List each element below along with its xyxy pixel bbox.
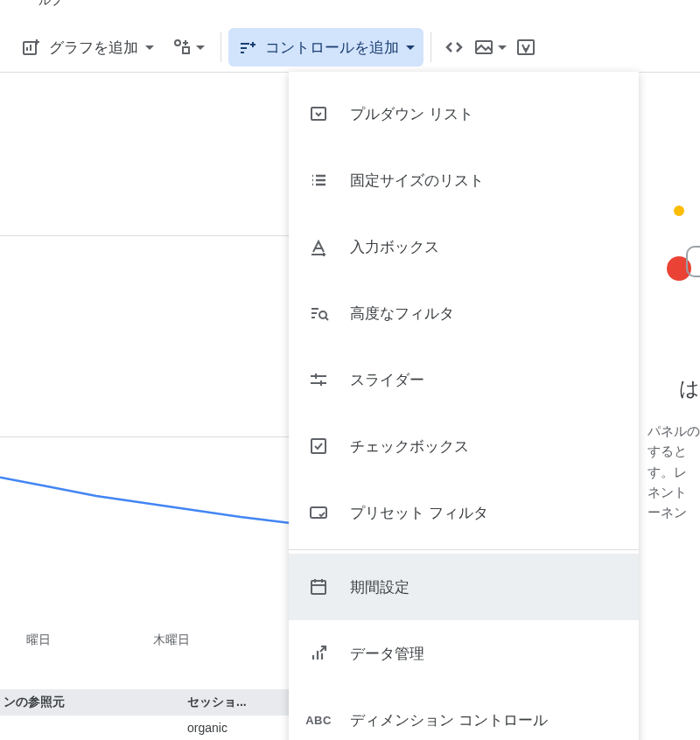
right-panel-text: パネルの すると す。レ ネント ーネン: [648, 421, 700, 522]
x-axis-tick-label: 曜日: [26, 632, 51, 648]
checkbox-icon: [308, 436, 329, 457]
svg-rect-38: [312, 581, 326, 594]
menu-item-data-control[interactable]: データ管理: [289, 620, 639, 687]
chart-gridline: [0, 235, 289, 236]
input-box-icon: [308, 236, 329, 257]
toolbar: グラフを追加 コントロールを追加: [0, 23, 700, 72]
dropdown-list-icon: [308, 103, 329, 124]
menu-item-date-range[interactable]: 期間設定: [289, 554, 639, 620]
svg-line-31: [326, 318, 328, 320]
menu-item-advanced-filter[interactable]: 高度なフィルタ: [289, 280, 639, 346]
line-chart[interactable]: [0, 440, 289, 615]
svg-rect-17: [312, 108, 326, 120]
add-chart-label: グラフを追加: [49, 38, 138, 58]
menu-item-label: 期間設定: [350, 577, 620, 597]
image-icon: [473, 37, 494, 58]
svg-rect-6: [183, 47, 189, 53]
chevron-down-icon: [196, 45, 205, 50]
menu-item-preset-filter[interactable]: プリセット フィルタ: [289, 479, 639, 546]
shapes-add-icon: [172, 37, 192, 58]
menu-item-label: プリセット フィルタ: [350, 503, 620, 523]
right-panel-heading: は: [679, 375, 700, 402]
svg-rect-36: [312, 439, 326, 453]
date-range-icon: [308, 576, 329, 597]
menu-item-label: 入力ボックス: [350, 237, 620, 257]
x-axis-tick-label: 木曜日: [153, 632, 190, 648]
toolbar-separator: [220, 32, 221, 62]
fixed-list-icon: [308, 170, 329, 191]
decorative-dot-yellow: [674, 206, 684, 216]
menu-item-dimension-control[interactable]: ABC ディメンション コントロール: [289, 687, 639, 740]
menu-item-checkbox[interactable]: チェックボックス: [289, 413, 639, 479]
add-control-button[interactable]: コントロールを追加: [228, 28, 424, 66]
table-cell: organic: [184, 721, 289, 735]
menu-item-label: スライダー: [350, 370, 620, 390]
dimension-control-icon: ABC: [308, 709, 329, 730]
svg-point-30: [319, 311, 326, 318]
filter-add-icon: [237, 37, 258, 58]
bar-chart-add-icon: [21, 37, 42, 58]
menu-item-label: チェックボックス: [350, 436, 620, 457]
text-button[interactable]: [510, 28, 542, 66]
menu-item-slider[interactable]: スライダー: [289, 346, 639, 413]
menu-separator: [289, 549, 639, 550]
menu-item-input-box[interactable]: 入力ボックス: [289, 213, 639, 280]
menu-item-label: 高度なフィルタ: [350, 304, 620, 324]
menu-item-fixed-list[interactable]: 固定サイズのリスト: [289, 147, 639, 213]
table-header-cell[interactable]: セッショ...: [184, 695, 289, 710]
table-header: ンの参照元 セッショ...: [0, 689, 289, 716]
toolbar-separator: [430, 32, 431, 62]
menu-item-label: プルダウン リスト: [350, 104, 620, 124]
menu-item-label: ディメンション コントロール: [350, 710, 620, 730]
image-button[interactable]: [470, 28, 510, 66]
embed-code-button[interactable]: [438, 28, 470, 66]
page-fragment-text: ルプ: [38, 0, 63, 9]
data-table[interactable]: ンの参照元 セッショ... organic: [0, 689, 289, 740]
table-row[interactable]: organic: [0, 716, 289, 740]
svg-point-5: [175, 40, 180, 45]
slider-icon: [308, 369, 329, 390]
menu-item-label: データ管理: [350, 644, 620, 664]
data-control-icon: [308, 643, 329, 664]
menu-item-label: 固定サイズのリスト: [350, 171, 620, 191]
add-control-menu: プルダウン リスト 固定サイズのリスト 入力ボックス: [289, 72, 639, 740]
decorative-shape: [686, 246, 700, 277]
chart-gridline: [0, 436, 289, 437]
text-box-icon: [515, 37, 536, 58]
add-control-label: コントロールを追加: [265, 38, 399, 58]
chevron-down-icon: [145, 45, 154, 50]
menu-item-dropdown-list[interactable]: プルダウン リスト: [289, 80, 639, 147]
add-chart-button[interactable]: グラフを追加: [12, 28, 163, 66]
chevron-down-icon: [498, 45, 507, 50]
add-community-viz-button[interactable]: [163, 28, 214, 66]
advanced-filter-icon: [308, 303, 329, 324]
code-icon: [444, 37, 465, 58]
preset-filter-icon: [308, 502, 329, 523]
table-header-cell[interactable]: ンの参照元: [0, 695, 184, 710]
chevron-down-icon: [406, 45, 415, 50]
